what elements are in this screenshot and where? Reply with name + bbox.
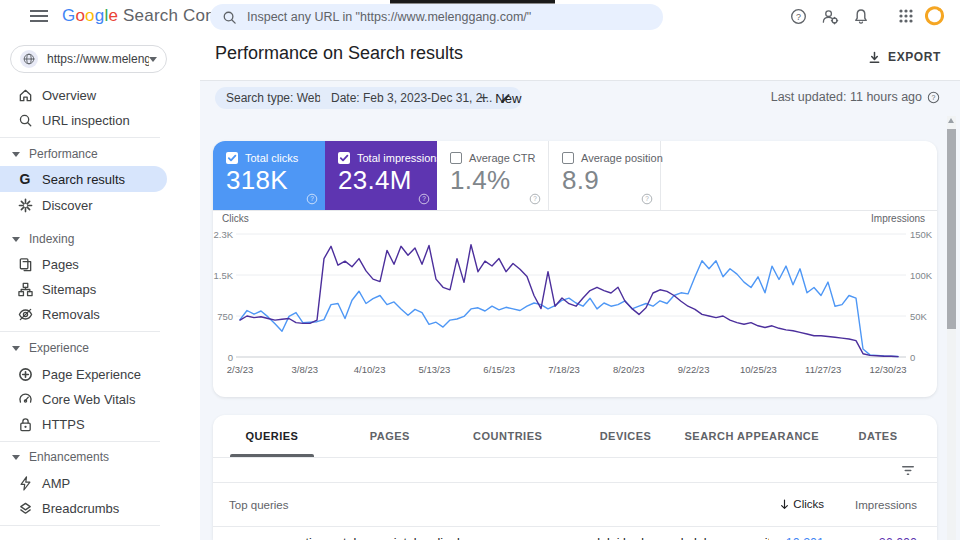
- property-url: https://www.meleng...: [47, 52, 149, 66]
- column-clicks-sorted[interactable]: Clicks: [780, 498, 824, 510]
- sidebar-item-breadcrumbs[interactable]: Breadcrumbs: [0, 495, 167, 521]
- column-top-queries[interactable]: Top queries: [229, 499, 288, 511]
- sidebar-item-url-inspection[interactable]: URL inspection: [0, 107, 167, 133]
- help-circle-icon[interactable]: ?: [529, 193, 541, 205]
- help-circle-icon[interactable]: ?: [641, 193, 653, 205]
- gauge-icon: [17, 391, 33, 407]
- lock-icon: [17, 416, 33, 432]
- filter-list-icon[interactable]: [901, 465, 915, 476]
- tab-pages[interactable]: PAGES: [331, 415, 449, 457]
- search-input[interactable]: [247, 10, 651, 24]
- tab-dates[interactable]: DATES: [819, 415, 937, 457]
- help-circle-icon[interactable]: ?: [418, 193, 430, 205]
- svg-text:6/15/23: 6/15/23: [483, 364, 515, 375]
- tab-search-appearance[interactable]: SEARCH APPEARANCE: [685, 415, 820, 457]
- sidebar-item-https[interactable]: HTTPS: [0, 411, 167, 437]
- svg-text:50K: 50K: [910, 311, 928, 322]
- top-app-bar: GoogleSearch Console ?: [0, 0, 960, 32]
- pages-icon: [17, 256, 33, 272]
- column-impressions[interactable]: Impressions: [855, 499, 917, 511]
- metric-average-position[interactable]: Average position 8.9 ?: [549, 141, 661, 210]
- svg-text:Clicks: Clicks: [222, 213, 249, 224]
- metric-value: 318K: [226, 165, 325, 196]
- svg-text:7/18/23: 7/18/23: [548, 364, 580, 375]
- svg-text:?: ?: [645, 195, 649, 202]
- sidebar-section-enhancements[interactable]: Enhancements: [0, 446, 167, 468]
- svg-text:?: ?: [310, 195, 314, 202]
- sidebar-item-sitemaps[interactable]: Sitemaps: [0, 276, 167, 302]
- window-artifact-bar: [390, 0, 555, 4]
- export-button[interactable]: EXPORT: [868, 50, 941, 64]
- clicks-value: 10,201: [786, 536, 824, 540]
- notifications-bell-icon[interactable]: [853, 8, 870, 25]
- performance-line-chart[interactable]: ClicksImpressions2.3K1.5K7500150K100K50K…: [213, 211, 937, 397]
- dimension-tabs: QUERIES PAGES COUNTRIES DEVICES SEARCH A…: [213, 415, 937, 458]
- sidebar-divider: [0, 441, 160, 442]
- sidebar-item-page-experience[interactable]: Page Experience: [0, 361, 167, 387]
- sidebar-item-amp[interactable]: AMP: [0, 470, 167, 496]
- tab-countries[interactable]: COUNTRIES: [449, 415, 567, 457]
- svg-text:Impressions: Impressions: [871, 213, 925, 224]
- tab-devices[interactable]: DEVICES: [567, 415, 685, 457]
- layers-icon: [17, 500, 33, 516]
- tiles-spacer: [661, 141, 937, 210]
- sidebar-section-experience[interactable]: Experience: [0, 337, 167, 359]
- metric-total-impressions[interactable]: Total impressions 23.4M ?: [325, 141, 437, 210]
- sidebar-section-indexing[interactable]: Indexing: [0, 228, 167, 250]
- help-circle-icon[interactable]: ?: [927, 91, 940, 104]
- svg-text:?: ?: [422, 195, 426, 202]
- checkbox-icon[interactable]: [450, 152, 462, 164]
- sidebar-section-performance[interactable]: Performance: [0, 143, 167, 165]
- svg-text:100K: 100K: [910, 270, 933, 281]
- app-window: GoogleSearch Console ? h: [0, 0, 960, 540]
- collapse-caret-icon: [12, 237, 20, 242]
- tab-queries[interactable]: QUERIES: [213, 415, 331, 457]
- new-filter-button[interactable]: + New: [479, 87, 521, 109]
- checkbox-icon[interactable]: [226, 152, 238, 164]
- help-icon[interactable]: ?: [790, 8, 807, 25]
- plus-icon: +: [479, 90, 488, 106]
- sidebar: https://www.meleng... Overview URL inspe…: [0, 32, 200, 540]
- sidebar-divider: [0, 331, 160, 332]
- svg-text:8/20/23: 8/20/23: [613, 364, 645, 375]
- collapse-caret-icon: [12, 346, 20, 351]
- checkbox-icon[interactable]: [562, 152, 574, 164]
- metric-total-clicks[interactable]: Total clicks 318K ?: [213, 141, 325, 210]
- help-circle-icon[interactable]: ?: [306, 193, 318, 205]
- vertical-scrollbar[interactable]: [947, 116, 956, 540]
- table-row[interactable]: mengapa penting untuk menciptakan lingku…: [213, 527, 937, 540]
- sidebar-item-overview[interactable]: Overview: [0, 82, 167, 108]
- menu-icon[interactable]: [30, 10, 48, 22]
- svg-text:11/27/23: 11/27/23: [805, 364, 841, 375]
- query-text: mengapa penting untuk menciptakan lingku…: [229, 536, 769, 540]
- svg-text:5/13/23: 5/13/23: [419, 364, 451, 375]
- scrollbar-up-arrow-icon[interactable]: [948, 118, 954, 123]
- last-updated-status: Last updated: 11 hours ago ?: [771, 90, 940, 104]
- metric-value: 8.9: [562, 165, 660, 196]
- property-selector[interactable]: https://www.meleng...: [10, 45, 167, 73]
- metric-value: 1.4%: [450, 165, 548, 196]
- account-avatar[interactable]: [925, 6, 945, 26]
- metric-average-ctr[interactable]: Average CTR 1.4% ?: [437, 141, 549, 210]
- sort-arrow-down-icon: [780, 499, 789, 510]
- sidebar-item-search-results[interactable]: G Search results: [0, 166, 167, 192]
- sidebar-item-pages[interactable]: Pages: [0, 251, 167, 277]
- url-inspect-searchbar[interactable]: [210, 4, 663, 30]
- impressions-value: 26,000: [879, 536, 917, 540]
- dimensions-table-card: QUERIES PAGES COUNTRIES DEVICES SEARCH A…: [213, 415, 937, 540]
- header-divider: [200, 80, 960, 81]
- sidebar-item-core-web-vitals[interactable]: Core Web Vitals: [0, 386, 167, 412]
- svg-text:?: ?: [932, 94, 936, 101]
- svg-text:12/30/23: 12/30/23: [870, 364, 907, 375]
- sidebar-item-removals[interactable]: Removals: [0, 301, 167, 327]
- scrollbar-thumb[interactable]: [947, 129, 956, 329]
- manage-users-icon[interactable]: [821, 8, 838, 25]
- performance-card: Total clicks 318K ? Total impressions 23…: [213, 141, 937, 397]
- checkbox-icon[interactable]: [338, 152, 350, 164]
- sidebar-item-discover[interactable]: Discover: [0, 192, 167, 218]
- apps-grid-icon[interactable]: [898, 8, 915, 25]
- eye-off-icon: [17, 306, 33, 322]
- magnifier-icon: [17, 112, 33, 128]
- svg-text:3/8/23: 3/8/23: [292, 364, 318, 375]
- svg-text:1.5K: 1.5K: [213, 270, 233, 281]
